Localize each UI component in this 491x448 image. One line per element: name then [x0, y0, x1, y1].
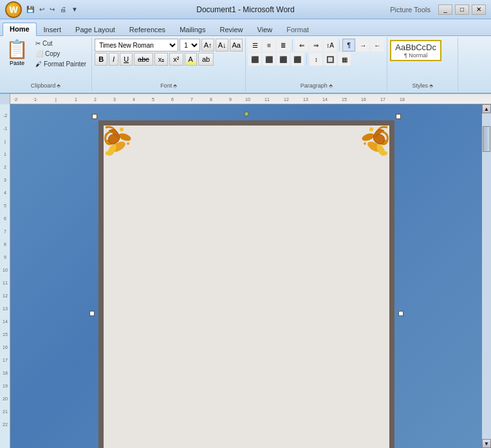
- save-qa-button[interactable]: 💾: [24, 5, 36, 14]
- svg-text:4: 4: [4, 191, 6, 195]
- grow-font-button[interactable]: A↑: [201, 39, 214, 51]
- svg-text:8: 8: [4, 242, 6, 247]
- tab-home[interactable]: Home: [3, 23, 37, 36]
- paragraph-expand-icon[interactable]: ⬘: [329, 83, 333, 89]
- clipboard-group-label: Clipboard ⬘: [3, 82, 89, 90]
- svg-text:12: 12: [284, 97, 289, 102]
- tab-review[interactable]: Review: [212, 23, 250, 36]
- sort-button[interactable]: ↕A: [324, 39, 337, 51]
- line-spacing-button[interactable]: ↕: [310, 53, 322, 66]
- svg-text:8: 8: [210, 97, 212, 102]
- highlight-button[interactable]: ab: [198, 53, 214, 66]
- minimize-button[interactable]: _: [438, 5, 452, 15]
- tab-format[interactable]: Format: [279, 23, 316, 36]
- scroll-down-button[interactable]: ▼: [482, 439, 491, 448]
- increase-indent-button[interactable]: ⇒: [310, 39, 322, 51]
- clipboard-expand-icon[interactable]: ⬘: [57, 83, 60, 89]
- normal-style-item[interactable]: AaBbCcDc ¶ Normal: [390, 40, 441, 61]
- shrink-font-button[interactable]: A↓: [216, 39, 228, 51]
- redo-qa-button[interactable]: ↪: [48, 5, 57, 14]
- clipboard-right: ✂ Cut ⬜ Copy 🖌 Format Painter: [33, 39, 89, 69]
- font-group-label: Font ⬘: [95, 82, 243, 90]
- align-center-button[interactable]: ⬛: [263, 53, 275, 66]
- clear-format-button[interactable]: Aa: [230, 39, 243, 51]
- resize-handle-top-left[interactable]: [92, 114, 97, 119]
- multilevel-button[interactable]: ≣: [277, 39, 290, 51]
- svg-text:6: 6: [171, 97, 174, 102]
- svg-text:14: 14: [322, 97, 328, 102]
- show-hide-button[interactable]: ¶: [342, 39, 355, 51]
- borders-button[interactable]: ▦: [338, 53, 351, 66]
- svg-text:·2·: ·2·: [14, 97, 19, 102]
- resize-handle-mid-left[interactable]: [89, 311, 95, 316]
- cut-button[interactable]: ✂ Cut: [33, 39, 89, 48]
- undo-qa-button[interactable]: ↩: [37, 5, 46, 14]
- format-painter-button[interactable]: 🖌 Format Painter: [33, 59, 89, 69]
- ruler-corner: [0, 94, 10, 104]
- font-size-select[interactable]: 11: [180, 39, 200, 51]
- superscript-button[interactable]: x²: [169, 53, 183, 66]
- para-divider3: [306, 53, 307, 65]
- tab-insert[interactable]: Insert: [37, 23, 69, 36]
- scrollbar-thumb[interactable]: [483, 126, 490, 152]
- svg-text:19: 19: [3, 384, 8, 388]
- svg-text:10: 10: [3, 268, 8, 272]
- tab-references[interactable]: References: [122, 23, 172, 36]
- vertical-scrollbar[interactable]: ▲ ▼: [482, 104, 491, 448]
- ltr-button[interactable]: →: [357, 39, 369, 51]
- svg-point-53: [127, 142, 129, 145]
- strikethrough-button[interactable]: abc: [134, 53, 153, 66]
- decrease-indent-button[interactable]: ⇐: [295, 39, 308, 51]
- paste-button[interactable]: 📋 Paste: [3, 39, 32, 68]
- svg-text:18: 18: [400, 97, 405, 102]
- svg-text:7: 7: [4, 229, 6, 234]
- maximize-button[interactable]: □: [455, 5, 469, 15]
- styles-expand-icon[interactable]: ⬘: [429, 83, 433, 89]
- rtl-button[interactable]: ←: [371, 39, 384, 51]
- document-scroll[interactable]: websiteedukasi.com: [10, 104, 482, 448]
- justify-button[interactable]: ⬛: [291, 53, 304, 66]
- bold-button[interactable]: B: [95, 53, 107, 66]
- scroll-up-button[interactable]: ▲: [482, 104, 491, 113]
- tab-page-layout[interactable]: Page Layout: [68, 23, 122, 36]
- svg-text:6: 6: [4, 216, 6, 221]
- svg-text:11: 11: [3, 281, 8, 285]
- app-title: Document1 - Microsoft Word: [196, 5, 295, 14]
- bullets-button[interactable]: ☰: [248, 39, 261, 51]
- title-bar: W 💾 ↩ ↪ 🖨 ▼ Document1 - Microsoft Word P…: [0, 0, 491, 19]
- svg-text:7: 7: [190, 97, 193, 102]
- picture-frame[interactable]: [98, 120, 394, 448]
- font-name-select[interactable]: Times New Roman: [95, 39, 178, 51]
- align-right-button[interactable]: ⬛: [277, 53, 290, 66]
- svg-text:|: |: [55, 97, 57, 102]
- subscript-button[interactable]: x₂: [154, 53, 169, 66]
- svg-point-49: [117, 132, 131, 142]
- paragraph-row1: ☰ ≡ ≣ ⇐ ⇒ ↕A ¶ → ←: [248, 39, 384, 51]
- office-button[interactable]: W: [5, 1, 22, 18]
- tab-mailings[interactable]: Mailings: [172, 23, 212, 36]
- svg-text:|: |: [5, 139, 6, 144]
- format-painter-label: Format Painter: [44, 61, 86, 68]
- print-qa-button[interactable]: 🖨: [58, 5, 68, 14]
- numbering-button[interactable]: ≡: [263, 39, 275, 51]
- resize-handle-mid-right[interactable]: [398, 311, 403, 316]
- svg-text:1: 1: [4, 152, 6, 156]
- ribbon: 📋 Paste ✂ Cut ⬜ Copy 🖌 Format Painter C: [0, 36, 491, 94]
- tab-view[interactable]: View: [250, 23, 280, 36]
- ribbon-tabs: Home Insert Page Layout References Maili…: [0, 19, 491, 36]
- qa-expand-button[interactable]: ▼: [69, 5, 80, 14]
- italic-button[interactable]: I: [109, 53, 118, 66]
- copy-button[interactable]: ⬜ Copy: [33, 49, 89, 59]
- svg-text:20: 20: [3, 397, 8, 401]
- shading-button[interactable]: 🔲: [324, 53, 337, 66]
- close-button[interactable]: ✕: [472, 5, 486, 15]
- rotation-handle[interactable]: [244, 111, 249, 117]
- font-expand-icon[interactable]: ⬘: [173, 83, 177, 89]
- underline-button[interactable]: U: [120, 53, 133, 66]
- corner-decoration-tr: [339, 124, 391, 176]
- resize-handle-top-right[interactable]: [396, 114, 401, 119]
- paste-label: Paste: [10, 60, 24, 66]
- align-left-button[interactable]: ⬛: [248, 53, 261, 66]
- svg-text:13: 13: [303, 97, 308, 102]
- font-color-button[interactable]: A: [185, 53, 197, 66]
